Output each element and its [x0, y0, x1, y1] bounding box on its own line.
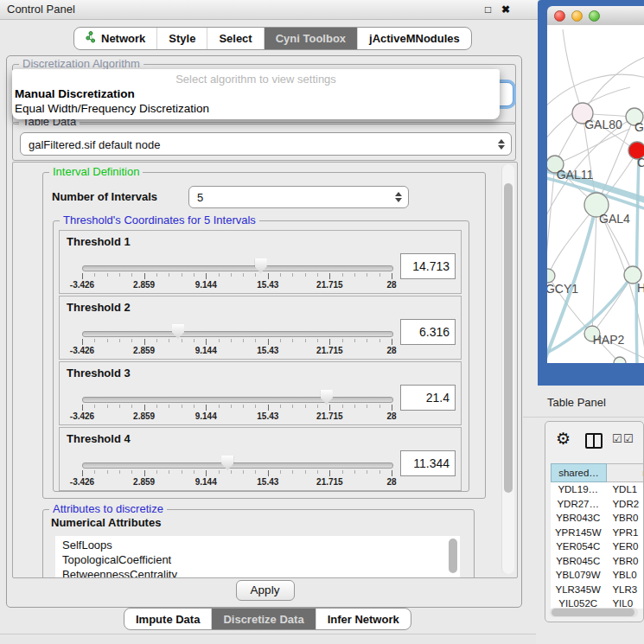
attributes-scrollbar[interactable] [449, 539, 457, 577]
attribute-item[interactable]: SelfLoops [62, 539, 112, 552]
cell-name: YDL1 [605, 482, 644, 497]
table-row[interactable]: YBL079WYBL0 [551, 568, 644, 583]
column-layout-icon[interactable] [585, 433, 603, 449]
network-window-titlebar[interactable] [547, 6, 644, 26]
number-of-intervals-select[interactable]: 5 [188, 186, 409, 208]
numerical-attributes-list[interactable]: SelfLoopsTopologicalCoefficientBetweenne… [55, 536, 460, 578]
table-row[interactable]: YDL19…YDL1 [551, 482, 644, 497]
attributes-scrollbar-thumb[interactable] [449, 539, 457, 573]
cell-shared-name: YDL19… [551, 482, 605, 497]
network-edge[interactable] [547, 164, 555, 284]
table-row[interactable]: YBR043CYBR0 [551, 511, 644, 526]
tick-mark [194, 339, 194, 342]
tick-mark [94, 339, 95, 342]
checkbox-icon[interactable]: ☑ [623, 432, 634, 445]
cell-name: YPR1 [605, 526, 644, 540]
tick-mark [305, 273, 306, 277]
gear-icon[interactable]: ⚙ [556, 429, 571, 449]
settings-scrollbar-thumb[interactable] [504, 183, 513, 493]
table-hscrollbar-thumb[interactable] [552, 609, 634, 616]
network-edge[interactable] [547, 74, 644, 112]
bottom-tab-impute-data[interactable]: Impute Data [124, 609, 211, 629]
tick-mark [194, 273, 194, 277]
tick-mark [107, 470, 108, 474]
table-data-select[interactable]: galFiltered.sif default node [20, 132, 512, 156]
table-horizontal-scrollbar[interactable] [550, 608, 638, 617]
tick-mark [144, 470, 145, 476]
tick-mark [268, 405, 269, 411]
bottom-tab-infer-network[interactable]: Infer Network [316, 609, 411, 629]
network-edge[interactable] [555, 129, 630, 164]
tab-jactivemnodules[interactable]: jActiveMNodules [357, 28, 471, 49]
threshold-2-slider-track[interactable] [82, 331, 393, 337]
attribute-item[interactable]: TopologicalCoefficient [62, 553, 171, 566]
threshold-label: Threshold 2 [67, 301, 131, 314]
network-edge[interactable] [563, 29, 583, 113]
threshold-4-slider-track[interactable] [82, 462, 393, 469]
table-row[interactable]: YER054CYER0 [551, 539, 644, 554]
slider-ticks [82, 470, 392, 478]
column-header-1[interactable]: shared… [551, 463, 607, 482]
network-highlight-edge[interactable] [636, 155, 639, 363]
table-panel-title: Table Panel [547, 396, 606, 409]
attribute-item[interactable]: BetweennessCentrality [62, 568, 177, 578]
tick-label: 9.144 [195, 411, 217, 421]
table-row[interactable]: YBR045CYBR0 [551, 554, 644, 569]
table-row[interactable]: YLR345WYLR3 [551, 583, 644, 597]
tick-mark [131, 470, 132, 474]
tick-mark [243, 470, 244, 474]
close-icon[interactable]: ✖ [501, 3, 510, 16]
table-row[interactable]: YPR145WYPR1 [551, 526, 644, 540]
network-node-gcy1[interactable] [547, 269, 555, 283]
threshold-3-slider-track[interactable] [82, 397, 393, 403]
tick-mark [367, 273, 367, 277]
settings-vertical-scrollbar[interactable] [501, 164, 514, 574]
tick-label: -3.426 [70, 346, 94, 355]
close-traffic-light-icon[interactable] [554, 10, 565, 22]
checkbox-icon[interactable]: ☑ [612, 432, 622, 445]
threshold-2-value-field[interactable]: 6.316 [400, 319, 456, 345]
table-row[interactable]: YIL052CYIL0 [551, 596, 644, 609]
tick-mark [156, 470, 157, 474]
threshold-4-value-field[interactable]: 11.344 [400, 450, 456, 476]
threshold-2-box: Threshold 2-3.4262.8599.14415.4321.71528… [59, 296, 462, 360]
zoom-traffic-light-icon[interactable] [589, 10, 600, 22]
column-header-2[interactable]: na [607, 463, 644, 482]
apply-button[interactable]: Apply [236, 580, 295, 601]
tick-mark [131, 405, 132, 408]
threshold-1-box: Threshold 1-3.4262.8599.14415.4321.71528… [59, 230, 462, 294]
tick-label: 15.43 [257, 411, 278, 421]
network-node-label: GA [634, 120, 644, 134]
tick-mark [379, 339, 380, 342]
tick-mark [292, 273, 293, 277]
tick-label: 2.859 [133, 477, 155, 487]
network-edge[interactable] [548, 205, 596, 276]
algorithm-option-2[interactable]: Equal Width/Frequency Discretization [15, 102, 209, 115]
tab-network[interactable]: Network [74, 28, 156, 49]
tick-mark [342, 273, 343, 277]
threshold-label: Threshold 3 [67, 367, 131, 379]
threshold-1-value-field[interactable]: 14.713 [400, 253, 456, 279]
tick-mark [243, 273, 244, 277]
table-row[interactable]: YDR27…YDR2 [551, 497, 644, 512]
tab-label: Style [169, 32, 195, 45]
threshold-3-value-field[interactable]: 21.4 [400, 385, 456, 411]
bottom-tab-discretize-data[interactable]: Discretize Data [211, 609, 315, 629]
settings-scroll-area: Interval Definition Number of Intervals … [12, 162, 518, 578]
tick-mark [354, 339, 355, 342]
threshold-3-box: Threshold 3-3.4262.8599.14415.4321.71528… [59, 361, 462, 425]
tab-style[interactable]: Style [156, 28, 207, 49]
tick-mark [94, 405, 95, 408]
algorithm-option-1[interactable]: Manual Discretization [15, 87, 135, 100]
network-canvas[interactable]: GAL80GACGAL11GAL4GCY1HHAP2 [547, 25, 644, 363]
tab-select[interactable]: Select [207, 28, 263, 49]
tick-mark [342, 339, 343, 342]
tick-mark [379, 405, 380, 408]
threshold-1-slider-track[interactable] [82, 265, 393, 271]
network-edge[interactable] [583, 55, 644, 113]
tab-cyni-toolbox[interactable]: Cyni Toolbox [264, 28, 357, 49]
cell-shared-name: YBR045C [551, 554, 605, 569]
tick-mark [280, 273, 281, 277]
float-window-icon[interactable]: □ [485, 3, 491, 16]
minimize-traffic-light-icon[interactable] [571, 10, 583, 22]
